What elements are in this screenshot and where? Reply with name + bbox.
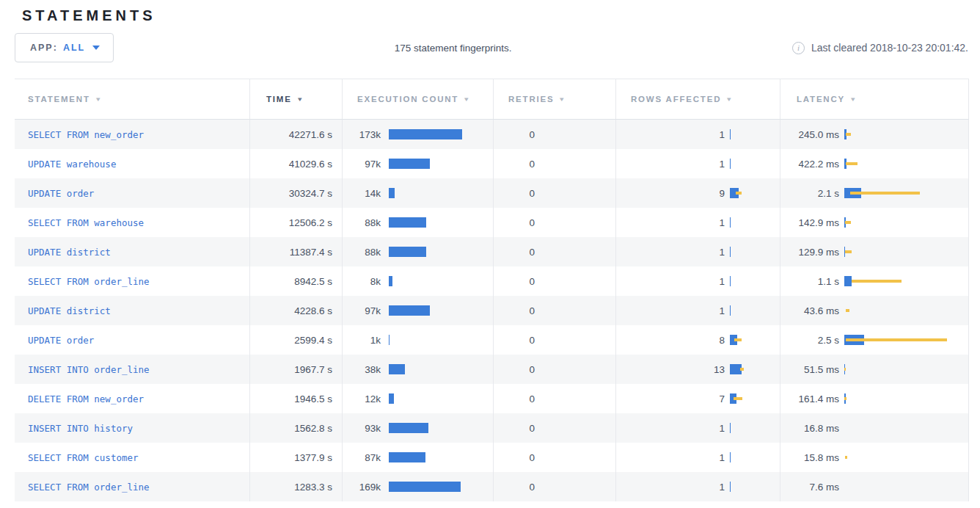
statement-link[interactable]: INSERT INTO history <box>28 423 133 434</box>
rows-affected-value: 9 <box>616 188 725 199</box>
table-row: INSERT INTO history 1562.8 s 93k 0 1 16.… <box>15 413 969 443</box>
latency-value: 2.5 s <box>780 335 839 346</box>
execution-count-bar <box>389 188 493 198</box>
execution-count-bar <box>389 247 493 257</box>
retries-value: 0 <box>494 247 535 258</box>
table-row: UPDATE district 4228.6 s 97k 0 1 43.6 ms <box>15 296 969 325</box>
latency-stddev-bar <box>845 221 851 224</box>
column-header-label: EXECUTION COUNT <box>357 95 458 104</box>
execution-count-bar-fill <box>389 335 390 345</box>
rows-affected-bar <box>730 247 780 257</box>
statement-link[interactable]: DELETE FROM new_order <box>28 393 144 404</box>
rows-affected-value: 1 <box>616 217 725 228</box>
statements-table: STATEMENT▼TIME▼EXECUTION COUNT▼RETRIES▼R… <box>15 79 969 501</box>
page-title: STATEMENTS <box>22 7 980 24</box>
last-cleared-text: Last cleared 2018-10-23 20:01:42. <box>811 42 968 54</box>
rows-affected-mean-bar <box>730 276 731 286</box>
retries-value: 0 <box>494 188 535 199</box>
table-body: SELECT FROM new_order 42271.6 s 173k 0 1… <box>15 120 969 501</box>
execution-count-bar <box>389 276 493 286</box>
column-header-time[interactable]: TIME▼ <box>250 79 343 119</box>
retries-value: 0 <box>494 129 535 140</box>
column-header-label: RETRIES <box>508 95 554 104</box>
statement-count-summary: 175 statement fingerprints. <box>114 43 792 54</box>
latency-value: 1.1 s <box>780 276 839 287</box>
execution-count-bar <box>389 393 493 404</box>
time-value: 4228.6 s <box>294 305 332 316</box>
rows-affected-bar <box>730 482 780 492</box>
column-header-statement[interactable]: STATEMENT▼ <box>15 79 250 119</box>
rows-affected-bar <box>730 305 780 316</box>
rows-affected-value: 7 <box>616 393 725 404</box>
statement-link[interactable]: UPDATE district <box>28 247 111 258</box>
latency-stddev-bar <box>844 368 846 371</box>
rows-affected-bar <box>730 335 780 345</box>
app-filter-dropdown[interactable]: APP: ALL <box>15 33 114 62</box>
latency-value: 51.5 ms <box>780 364 839 375</box>
retries-value: 0 <box>494 452 535 463</box>
column-header-label: TIME <box>266 95 292 104</box>
rows-affected-stddev-bar <box>740 368 744 371</box>
execution-count-bar <box>389 129 493 139</box>
statement-link[interactable]: UPDATE order <box>28 335 94 346</box>
execution-count-bar-fill <box>389 482 461 492</box>
rows-affected-bar <box>730 217 780 228</box>
statement-link[interactable]: SELECT FROM warehouse <box>28 217 144 228</box>
retries-value: 0 <box>494 305 535 316</box>
execution-count-value: 1k <box>343 335 381 346</box>
latency-bar <box>844 129 968 139</box>
statement-link[interactable]: UPDATE order <box>28 188 94 199</box>
execution-count-bar-fill <box>389 305 430 316</box>
sort-descending-icon: ▼ <box>463 96 472 103</box>
retries-value: 0 <box>494 159 535 170</box>
rows-affected-value: 8 <box>616 335 725 346</box>
time-value: 2599.4 s <box>294 335 332 346</box>
statement-link[interactable]: SELECT FROM customer <box>28 452 139 463</box>
retries-value: 0 <box>494 393 535 404</box>
table-row: DELETE FROM new_order 1946.5 s 12k 0 7 1… <box>15 384 969 413</box>
statement-link[interactable]: SELECT FROM new_order <box>28 129 144 140</box>
table-row: SELECT FROM new_order 42271.6 s 173k 0 1… <box>15 120 969 149</box>
execution-count-value: 88k <box>343 217 381 228</box>
execution-count-bar-fill <box>389 452 425 462</box>
latency-value: 2.1 s <box>780 188 839 199</box>
column-header-label: STATEMENT <box>28 95 90 104</box>
statement-link[interactable]: UPDATE warehouse <box>28 159 116 170</box>
info-icon[interactable]: i <box>792 42 805 54</box>
execution-count-bar-fill <box>389 247 426 257</box>
time-value: 1283.3 s <box>294 482 332 493</box>
latency-bar <box>844 393 968 404</box>
column-header-retries[interactable]: RETRIES▼ <box>494 79 616 119</box>
sort-descending-icon: ▼ <box>558 96 567 103</box>
execution-count-bar <box>389 217 493 228</box>
latency-bar <box>844 452 968 462</box>
column-header-rows[interactable]: ROWS AFFECTED▼ <box>616 79 780 119</box>
statement-link[interactable]: INSERT INTO order_line <box>28 364 150 375</box>
time-value: 12506.2 s <box>289 217 332 228</box>
latency-stddev-bar <box>845 250 852 253</box>
column-header-latency[interactable]: LATENCY▼ <box>780 79 969 119</box>
statement-link[interactable]: SELECT FROM order_line <box>28 482 150 493</box>
retries-value: 0 <box>494 364 535 375</box>
table-row: UPDATE order 30324.7 s 14k 0 9 2.1 s <box>15 178 969 208</box>
execution-count-value: 97k <box>343 159 381 170</box>
rows-affected-value: 1 <box>616 129 725 140</box>
rows-affected-value: 13 <box>616 364 725 375</box>
rows-affected-bar <box>730 452 780 462</box>
time-value: 1967.7 s <box>294 364 332 375</box>
statement-link[interactable]: UPDATE district <box>28 305 111 316</box>
toolbar: APP: ALL 175 statement fingerprints. i L… <box>15 33 968 62</box>
rows-affected-value: 1 <box>616 452 725 463</box>
latency-bar <box>844 305 968 316</box>
execution-count-bar <box>389 482 493 492</box>
latency-value: 16.8 ms <box>780 423 839 434</box>
statement-link[interactable]: SELECT FROM order_line <box>28 276 150 287</box>
execution-count-value: 14k <box>343 188 381 199</box>
execution-count-value: 169k <box>343 482 381 493</box>
latency-bar <box>844 364 968 374</box>
execution-count-value: 8k <box>343 276 381 287</box>
column-header-count[interactable]: EXECUTION COUNT▼ <box>343 79 494 119</box>
execution-count-bar <box>389 305 493 316</box>
retries-value: 0 <box>494 335 535 346</box>
execution-count-bar-fill <box>389 393 394 404</box>
